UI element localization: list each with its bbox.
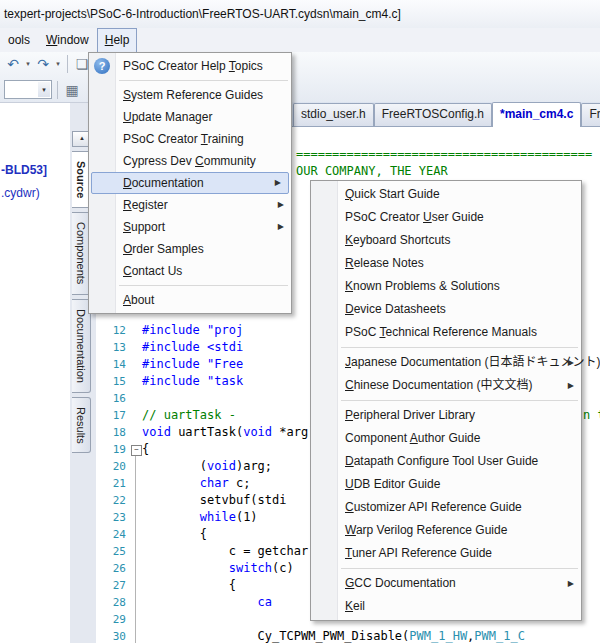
menu-help[interactable]: Help xyxy=(97,28,138,52)
documentation-submenu-items: Quick Start GuidePSoC Creator User Guide… xyxy=(311,183,581,618)
menu-item-psoc-creator-help-topics[interactable]: PSoC Creator Help Topics xyxy=(89,55,291,77)
menu-item-icon-slot xyxy=(94,292,110,308)
menu-item-icon-slot xyxy=(316,545,332,561)
menu-item-label: System Reference Guides xyxy=(123,88,263,102)
menu-item-label: Keil xyxy=(345,599,365,613)
menu-item-tuner-api-reference-guide[interactable]: Tuner API Reference Guide xyxy=(311,542,581,565)
menu-item-contact-us[interactable]: Contact Us xyxy=(89,260,291,282)
line-number: 30 xyxy=(96,628,126,643)
undo-dropdown-icon[interactable]: ▾ xyxy=(24,60,32,68)
tab-stdio-user-h[interactable]: stdio_user.h xyxy=(293,103,374,126)
menu-item-udb-editor-guide[interactable]: UDB Editor Guide xyxy=(311,473,581,496)
menu-separator xyxy=(341,400,578,401)
submenu-arrow-icon: ▶ xyxy=(568,351,574,374)
fold-guide-line xyxy=(135,456,136,643)
redo-dropdown-icon[interactable]: ▾ xyxy=(54,60,62,68)
menu-item-quick-start-guide[interactable]: Quick Start Guide xyxy=(311,183,581,206)
menu-item-psoc-technical-reference-manuals[interactable]: PSoC Technical Reference Manuals xyxy=(311,321,581,344)
menu-item-label: About xyxy=(123,293,154,307)
menu-item-device-datasheets[interactable]: Device Datasheets xyxy=(311,298,581,321)
menu-item-icon-slot xyxy=(316,499,332,515)
menu-item-system-reference-guides[interactable]: System Reference Guides xyxy=(89,84,291,106)
menu-item-component-author-guide[interactable]: Component Author Guide xyxy=(311,427,581,450)
menu-item-icon-slot xyxy=(316,301,332,317)
code-fragment: OUR COMPANY, THE YEAR xyxy=(296,163,448,180)
line-number: 13 xyxy=(96,339,126,356)
submenu-arrow-icon: ▶ xyxy=(568,572,574,595)
toolbar-separator xyxy=(57,81,58,99)
menu-tools[interactable]: ools xyxy=(0,28,38,52)
menu-item-icon-slot xyxy=(316,407,332,423)
menu-item-support[interactable]: Support▶ xyxy=(89,216,291,238)
menu-item-psoc-creator-user-guide[interactable]: PSoC Creator User Guide xyxy=(311,206,581,229)
menu-item-label: UDB Editor Guide xyxy=(345,477,440,491)
grid-icon[interactable]: ▦ xyxy=(63,81,81,99)
submenu-arrow-icon: ▶ xyxy=(568,374,574,397)
menu-item-psoc-creator-training[interactable]: PSoC Creator Training xyxy=(89,128,291,150)
submenu-arrow-icon: ▶ xyxy=(278,194,284,216)
line-number: 26 xyxy=(96,560,126,577)
menu-item-label: Order Samples xyxy=(123,242,204,256)
line-number: 29 xyxy=(96,611,126,628)
tab-main-cm4-c[interactable]: *main_cm4.c xyxy=(492,102,581,127)
menu-item-icon-slot xyxy=(94,263,110,279)
fold-collapse-icon[interactable] xyxy=(131,445,142,456)
menu-item-label: Quick Start Guide xyxy=(345,187,440,201)
menu-item-peripheral-driver-library[interactable]: Peripheral Driver Library xyxy=(311,404,581,427)
menu-bar: ools Window Help xyxy=(0,28,600,52)
menu-item-label: Chinese Documentation (中文文档) xyxy=(345,378,532,392)
line-number: 15 xyxy=(96,373,126,390)
tab-freertosconfig-h[interactable]: FreeRTOSConfig.h xyxy=(374,103,492,126)
code-line: Cy_TCPWM_PWM_Disable(PWM_1_HW,PWM_1_C xyxy=(142,628,525,643)
menu-item-warp-verilog-reference-guide[interactable]: Warp Verilog Reference Guide xyxy=(311,519,581,542)
window-title: texpert-projects\PSoC-6-Introduction\Fre… xyxy=(4,7,401,21)
line-number: 24 xyxy=(96,526,126,543)
combobox-caret-icon[interactable]: ▾ xyxy=(38,82,50,97)
tree-item-device-fragment[interactable]: -BLD53] xyxy=(1,163,47,177)
menu-item-keyboard-shortcuts[interactable]: Keyboard Shortcuts xyxy=(311,229,581,252)
menu-item-gcc-documentation[interactable]: GCC Documentation▶ xyxy=(311,572,581,595)
menu-item-label: Update Manager xyxy=(123,110,212,124)
menu-item-cypress-dev-community[interactable]: Cypress Dev Community xyxy=(89,150,291,172)
menu-window[interactable]: Window xyxy=(38,28,97,52)
redo-icon[interactable]: ↷ xyxy=(34,55,52,73)
side-tab-results[interactable]: Results xyxy=(72,397,91,454)
menu-item-label: Component Author Guide xyxy=(345,431,480,445)
menu-item-icon-slot xyxy=(316,255,332,271)
menu-item-icon-slot xyxy=(94,241,110,257)
menu-item-label: Release Notes xyxy=(345,256,424,270)
help-menu-items: PSoC Creator Help TopicsSystem Reference… xyxy=(89,55,291,311)
menu-item-label: Customizer API Reference Guide xyxy=(345,500,522,514)
menu-item-documentation[interactable]: Documentation▶ xyxy=(91,172,289,194)
menu-item-register[interactable]: Register▶ xyxy=(89,194,291,216)
line-number: 28 xyxy=(96,594,126,611)
menu-item-customizer-api-reference-guide[interactable]: Customizer API Reference Guide xyxy=(311,496,581,519)
toolbar-row-2: ▾ ▦ xyxy=(4,80,81,99)
menu-item-known-problems-solutions[interactable]: Known Problems & Solutions xyxy=(311,275,581,298)
menu-item-label: Register xyxy=(123,198,168,212)
menu-item-about[interactable]: About xyxy=(89,289,291,311)
undo-icon[interactable]: ↶ xyxy=(4,55,22,73)
menu-item-order-samples[interactable]: Order Samples xyxy=(89,238,291,260)
menu-item-japanese-documentation[interactable]: Japanese Documentation (日本語ドキュメント)▶ xyxy=(311,351,581,374)
menu-item-datapath-configure-tool-user-guide[interactable]: Datapath Configure Tool User Guide xyxy=(311,450,581,473)
line-number: 16 xyxy=(96,390,126,407)
help-icon xyxy=(94,58,110,74)
menu-item-label: PSoC Creator Help Topics xyxy=(123,59,263,73)
line-number: 12 xyxy=(96,322,126,339)
menu-item-icon-slot xyxy=(94,197,110,213)
menu-item-keil[interactable]: Keil xyxy=(311,595,581,618)
menu-item-label: Japanese Documentation (日本語ドキュメント) xyxy=(345,355,600,369)
menu-item-icon-slot xyxy=(94,131,110,147)
menu-item-label: PSoC Technical Reference Manuals xyxy=(345,325,537,339)
toolbar-combobox[interactable]: ▾ xyxy=(4,80,52,99)
line-number-gutter: 12131415161718192021222324252627282930 xyxy=(96,322,126,643)
menu-item-update-manager[interactable]: Update Manager xyxy=(89,106,291,128)
menu-item-release-notes[interactable]: Release Notes xyxy=(311,252,581,275)
menu-item-chinese-documentation[interactable]: Chinese Documentation (中文文档)▶ xyxy=(311,374,581,397)
psoc-creator-window: texpert-projects\PSoC-6-Introduction\Fre… xyxy=(0,0,600,643)
tree-item-cydwr-fragment[interactable]: .cydwr) xyxy=(1,186,40,200)
menu-item-icon-slot xyxy=(316,476,332,492)
tab-clipped[interactable]: Fre xyxy=(581,103,600,126)
menu-separator xyxy=(341,347,578,348)
